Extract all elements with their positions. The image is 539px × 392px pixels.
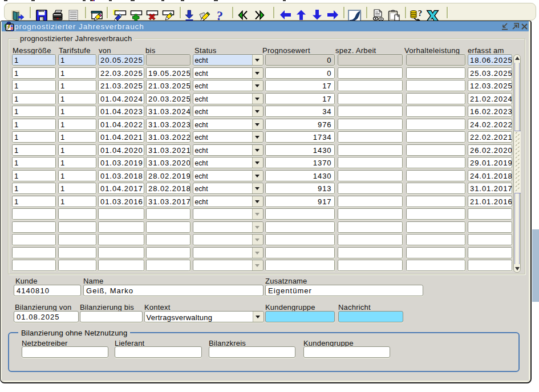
svg-text:?: ? [216,10,224,22]
svg-text:?: ? [418,10,423,18]
